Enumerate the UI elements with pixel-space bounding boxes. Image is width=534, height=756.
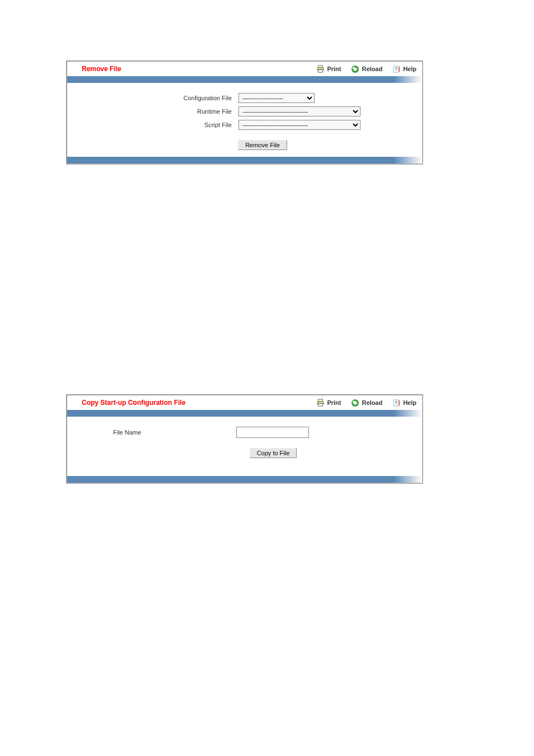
svg-rect-8 bbox=[318, 399, 323, 401]
help-label: Help bbox=[403, 399, 416, 406]
footer-divider bbox=[67, 476, 422, 483]
reload-icon bbox=[351, 399, 359, 407]
svg-rect-0 bbox=[318, 65, 323, 67]
svg-text:?: ? bbox=[395, 66, 397, 72]
help-icon: ? bbox=[392, 399, 401, 407]
help-link[interactable]: ? Help bbox=[392, 65, 416, 73]
footer-divider bbox=[67, 157, 422, 164]
config-file-row: Configuration File -------------------- bbox=[75, 93, 414, 103]
reload-link[interactable]: Reload bbox=[351, 65, 382, 73]
runtime-file-select[interactable]: -------------------------------- bbox=[238, 106, 360, 116]
help-link[interactable]: ? Help bbox=[392, 399, 416, 407]
panel-title: Copy Start-up Configuration File bbox=[82, 399, 185, 407]
print-label: Print bbox=[327, 66, 341, 72]
svg-text:?: ? bbox=[395, 400, 397, 405]
print-label: Print bbox=[327, 399, 341, 406]
header-links: Print Reload bbox=[316, 399, 416, 407]
script-file-row: Script File ----------------------------… bbox=[75, 120, 414, 130]
print-link[interactable]: Print bbox=[316, 399, 341, 407]
config-file-select[interactable]: -------------------- bbox=[238, 93, 315, 103]
script-file-label: Script File bbox=[75, 122, 238, 128]
header-divider bbox=[67, 410, 422, 417]
copy-to-file-button[interactable]: Copy to File bbox=[250, 448, 297, 458]
header-links: Print Reload bbox=[316, 65, 416, 73]
header-divider bbox=[67, 76, 422, 83]
reload-link[interactable]: Reload bbox=[351, 399, 382, 407]
filename-label: File Name bbox=[75, 429, 236, 436]
copy-action-row: Copy to File bbox=[75, 448, 414, 458]
panel-header: Remove File Print bbox=[67, 62, 422, 76]
help-icon: ? bbox=[392, 65, 401, 73]
print-icon bbox=[316, 65, 325, 73]
remove-action-row: Remove File bbox=[75, 140, 414, 150]
panel-header: Copy Start-up Configuration File Print bbox=[67, 395, 422, 410]
reload-label: Reload bbox=[362, 399, 382, 406]
runtime-file-label: Runtime File bbox=[75, 108, 238, 115]
svg-rect-10 bbox=[318, 403, 323, 406]
config-file-label: Configuration File bbox=[75, 95, 238, 101]
help-label: Help bbox=[403, 66, 416, 72]
filename-row: File Name bbox=[75, 427, 414, 438]
reload-icon bbox=[351, 65, 359, 73]
panel-title: Remove File bbox=[82, 65, 121, 73]
remove-file-button[interactable]: Remove File bbox=[238, 140, 287, 150]
print-icon bbox=[316, 399, 325, 407]
remove-file-panel: Remove File Print bbox=[66, 60, 423, 165]
filename-input[interactable] bbox=[236, 427, 309, 438]
panel-body: File Name Copy to File bbox=[67, 417, 422, 484]
svg-rect-2 bbox=[318, 69, 323, 72]
runtime-file-row: Runtime File ---------------------------… bbox=[75, 106, 414, 116]
copy-config-panel: Copy Start-up Configuration File Print bbox=[66, 394, 423, 484]
print-link[interactable]: Print bbox=[316, 65, 341, 73]
script-file-select[interactable]: -------------------------------- bbox=[238, 120, 360, 130]
svg-rect-6 bbox=[399, 66, 400, 71]
svg-rect-14 bbox=[399, 400, 400, 405]
reload-label: Reload bbox=[362, 66, 382, 72]
